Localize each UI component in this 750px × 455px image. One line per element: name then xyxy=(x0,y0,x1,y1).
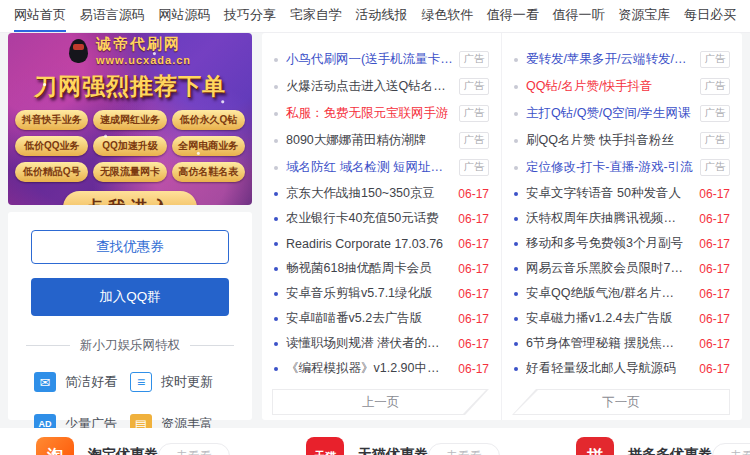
go-see-button[interactable]: 去看看 xyxy=(712,443,750,455)
nav-item[interactable]: 值得一听 xyxy=(553,0,605,32)
item-date: 06-17 xyxy=(699,312,730,326)
go-see-button[interactable]: 去看看 xyxy=(158,443,230,455)
item-link[interactable]: 京东大作战抽150~350京豆 xyxy=(286,185,444,202)
pinduoduo-icon: 拼 xyxy=(576,437,614,455)
ad-link[interactable]: 爱转发/苹果多开/云端转发/秒抢 xyxy=(526,51,694,68)
item-link[interactable]: 沃特权周年庆抽腾讯视频月卡 xyxy=(526,210,685,227)
nav-item[interactable]: 网站源码 xyxy=(158,0,210,32)
ad-link[interactable]: 域名防红 域名检测 短网址生成 xyxy=(286,159,453,176)
nav-item[interactable]: 活动线报 xyxy=(355,0,407,32)
ad-link[interactable]: 火爆活动点击进入送Q钻名片赞 xyxy=(286,78,453,95)
list-item[interactable]: 移动和多号免费领3个月副号 06-17 xyxy=(512,231,730,256)
list-item[interactable]: Readiris Corporate 17.03.76 06-17 xyxy=(272,231,489,256)
bullet-icon xyxy=(274,367,278,371)
item-link[interactable]: 好看轻量级北邮人导航源码 xyxy=(526,360,685,377)
item-link[interactable]: 网易云音乐黑胶会员限时79/年 xyxy=(526,260,685,277)
ad-badge: 广告 xyxy=(459,105,489,122)
nav-item[interactable]: 网站首页 xyxy=(14,0,66,32)
nav-item[interactable]: 资源宝库 xyxy=(618,0,670,32)
list-item[interactable]: 畅视菌618抽优酷周卡会员 06-17 xyxy=(272,256,489,281)
ad-row[interactable]: 爱转发/苹果多开/云端转发/秒抢 广告 xyxy=(512,46,730,73)
item-date: 06-17 xyxy=(458,312,489,326)
ad-row[interactable]: QQ钻/名片赞/快手抖音 广告 xyxy=(512,73,730,100)
ad-row[interactable]: 小鸟代刷网一(送手机流量卡+收代理) 广告 xyxy=(272,46,489,73)
ad-row[interactable]: 火爆活动点击进入送Q钻名片赞 广告 xyxy=(272,73,489,100)
item-link[interactable]: 读懂职场则规潜 潜伏者的上位秘诀 xyxy=(286,335,444,352)
bullet-icon xyxy=(274,112,278,116)
ad-badge: 广告 xyxy=(459,132,489,149)
list-item[interactable]: 京东大作战抽150~350京豆 06-17 xyxy=(272,181,489,206)
feature-label: 按时更新 xyxy=(161,373,213,391)
bullet-icon xyxy=(274,139,278,143)
item-link[interactable]: 安卓QQ绝版气泡/群名片助手 xyxy=(526,285,685,302)
find-coupon-button[interactable]: 查找优惠券 xyxy=(31,230,229,264)
list-item[interactable]: 安卓QQ绝版气泡/群名片助手 06-17 xyxy=(512,281,730,306)
ad-row[interactable]: 主打Q钻/Q赞/Q空间/学生网课 广告 xyxy=(512,100,730,127)
ad-row[interactable]: 刷QQ名片赞 快手抖音粉丝 广告 xyxy=(512,127,730,154)
ad-row[interactable]: 8090大娜娜莆田精仿潮牌 广告 xyxy=(272,127,489,154)
list-item[interactable]: 安卓文字转语音 50种发音人 06-17 xyxy=(512,181,730,206)
item-link[interactable]: 安卓文字转语音 50种发音人 xyxy=(526,185,685,202)
list-item[interactable]: 安卓磁力播v1.2.4去广告版 06-17 xyxy=(512,306,730,331)
item-link[interactable]: 安卓喵喵番v5.2去广告版 xyxy=(286,310,444,327)
list-item[interactable]: 《编程模拟器》v1.2.90中文版 06-17 xyxy=(272,356,489,381)
list-item[interactable]: 农业银行卡40充值50元话费 06-17 xyxy=(272,206,489,231)
item-date: 06-17 xyxy=(458,237,489,251)
ad-link[interactable]: 刷QQ名片赞 快手抖音粉丝 xyxy=(526,132,694,149)
item-link[interactable]: 畅视菌618抽优酷周卡会员 xyxy=(286,260,444,277)
list-item[interactable]: 6节身体管理秘籍 摆脱焦虑疲惫 06-17 xyxy=(512,331,730,356)
ad-badge: 广告 xyxy=(700,78,730,95)
banner-service-pill: 高仿名鞋名表 xyxy=(172,162,245,182)
nav-item[interactable]: 值得一看 xyxy=(487,0,539,32)
item-link[interactable]: Readiris Corporate 17.03.76 xyxy=(286,237,444,251)
ad-link[interactable]: 主打Q钻/Q赞/Q空间/学生网课 xyxy=(526,105,694,122)
item-link[interactable]: 安卓磁力播v1.2.4去广告版 xyxy=(526,310,685,327)
coupon-title: 淘宝优惠券 xyxy=(88,446,158,455)
bullet-icon xyxy=(274,317,278,321)
item-link[interactable]: 农业银行卡40充值50元话费 xyxy=(286,210,444,227)
list-item[interactable]: 安卓音乐剪辑v5.7.1绿化版 06-17 xyxy=(272,281,489,306)
ad-row[interactable]: 定位修改-打卡-直播-游戏-引流 广告 xyxy=(512,154,730,181)
ad-row[interactable]: 域名防红 域名检测 短网址生成 广告 xyxy=(272,154,489,181)
list-item[interactable]: 安卓喵喵番v5.2去广告版 06-17 xyxy=(272,306,489,331)
list-item[interactable]: 读懂职场则规潜 潜伏者的上位秘诀 06-17 xyxy=(272,331,489,356)
banner-service-pill: 速成网红业务 xyxy=(93,110,166,130)
banner-service-pills: 抖音快手业务速成网红业务低价永久Q钻低价QQ业务QQ加速升级全网电商业务低价精品… xyxy=(8,110,252,182)
ad-link[interactable]: 8090大娜娜莆田精仿潮牌 xyxy=(286,132,453,149)
promo-banner[interactable]: 诚帝代刷网 www.ucxada.cn 刀网强烈推荐下单 抖音快手业务速成网红业… xyxy=(8,33,252,205)
nav-item[interactable]: 技巧分享 xyxy=(224,0,276,32)
join-qq-group-button[interactable]: 加入QQ群 xyxy=(31,278,229,316)
item-link[interactable]: 《编程模拟器》v1.2.90中文版 xyxy=(286,360,444,377)
ad-badge: 广告 xyxy=(700,132,730,149)
ad-badge: 广告 xyxy=(459,78,489,95)
item-date: 06-17 xyxy=(699,362,730,376)
go-see-button[interactable]: 去看看 xyxy=(428,443,500,455)
next-page-button[interactable]: 下一页 xyxy=(512,389,730,415)
nav-item[interactable]: 宅家自学 xyxy=(290,0,342,32)
list-item[interactable]: 沃特权周年庆抽腾讯视频月卡 06-17 xyxy=(512,206,730,231)
ad-row[interactable]: 私服：免费无限元宝联网手游 广告 xyxy=(272,100,489,127)
item-link[interactable]: 6节身体管理秘籍 摆脱焦虑疲惫 xyxy=(526,335,685,352)
ad-link[interactable]: 定位修改-打卡-直播-游戏-引流 xyxy=(526,159,694,176)
item-date: 06-17 xyxy=(458,337,489,351)
nav-item[interactable]: 绿色软件 xyxy=(421,0,473,32)
feature-label: 简洁好看 xyxy=(65,373,117,391)
item-link[interactable]: 安卓音乐剪辑v5.7.1绿化版 xyxy=(286,285,444,302)
nav-item[interactable]: 易语言源码 xyxy=(80,0,145,32)
ad-link[interactable]: QQ钻/名片赞/快手抖音 xyxy=(526,78,694,95)
bullet-icon xyxy=(514,317,518,321)
list-item[interactable]: 网易云音乐黑胶会员限时79/年 06-17 xyxy=(512,256,730,281)
banner-cta-button[interactable]: 点我进入 xyxy=(63,191,197,205)
listings-card: 小鸟代刷网一(送手机流量卡+收代理) 广告 火爆活动点击进入送Q钻名片赞 广告 … xyxy=(262,33,742,420)
item-link[interactable]: 移动和多号免费领3个月副号 xyxy=(526,235,685,252)
ad-link[interactable]: 小鸟代刷网一(送手机流量卡+收代理) xyxy=(286,51,453,68)
ad-link[interactable]: 私服：免费无限元宝联网手游 xyxy=(286,105,453,122)
prev-page-button[interactable]: 上一页 xyxy=(272,389,489,415)
list-item[interactable]: 好看轻量级北邮人导航源码 06-17 xyxy=(512,356,730,381)
item-date: 06-17 xyxy=(458,362,489,376)
banner-service-pill: 低价QQ业务 xyxy=(15,136,88,156)
bullet-icon xyxy=(274,267,278,271)
ad-badge: 广告 xyxy=(700,159,730,176)
banner-site-name: 诚帝代刷网 xyxy=(96,35,191,54)
nav-item[interactable]: 每日必买 xyxy=(684,0,736,32)
